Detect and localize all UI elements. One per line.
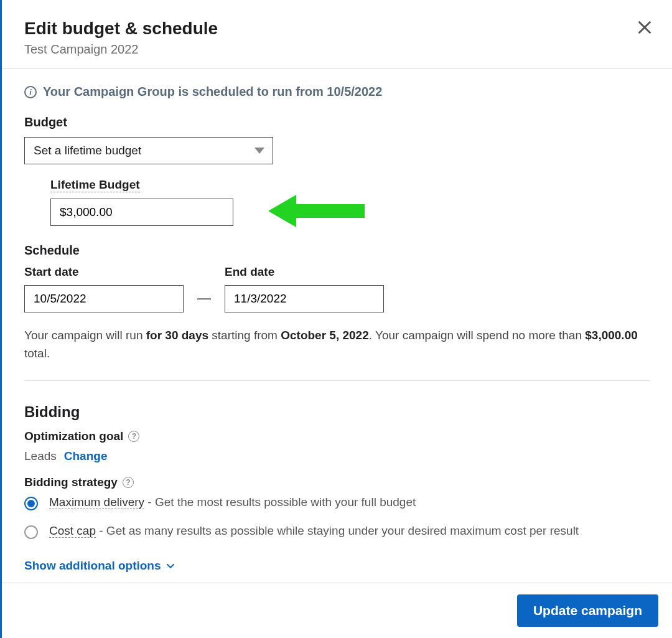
end-date-label: End date (225, 265, 384, 279)
bidding-option-maximum-delivery[interactable]: Maximum delivery - Get the most results … (24, 495, 650, 510)
end-date-input[interactable] (225, 285, 384, 312)
lifetime-budget-block: Lifetime Budget (24, 178, 650, 226)
radio-unchecked-icon (24, 525, 38, 539)
schedule-summary: Your campaign will run for 30 days start… (24, 326, 650, 363)
close-button[interactable] (636, 19, 656, 39)
page-title: Edit budget & schedule (24, 19, 650, 39)
campaign-name: Test Campaign 2022 (24, 42, 650, 57)
help-icon[interactable]: ? (128, 431, 139, 442)
show-additional-options-link[interactable]: Show additional options (24, 559, 175, 573)
update-campaign-button[interactable]: Update campaign (517, 594, 658, 627)
optimization-goal-label: Optimization goal ? (24, 429, 650, 443)
info-icon: i (24, 86, 37, 98)
start-date-input[interactable] (24, 285, 184, 312)
modal-header: Edit budget & schedule Test Campaign 202… (2, 0, 672, 68)
optimization-goal-row: Leads Change (24, 449, 650, 463)
start-date-label: Start date (24, 265, 184, 279)
svg-marker-0 (268, 195, 365, 227)
bidding-strategy-label: Bidding strategy ? (24, 476, 650, 489)
chevron-down-icon (166, 561, 175, 570)
bidding-section-title: Bidding (24, 403, 650, 421)
budget-type-select[interactable]: Set a lifetime budget (24, 137, 273, 164)
help-icon[interactable]: ? (123, 477, 134, 488)
modal-content: i Your Campaign Group is scheduled to ru… (2, 68, 672, 573)
date-range-row: Start date — End date (24, 265, 650, 312)
budget-type-value: Set a lifetime budget (24, 137, 273, 164)
lifetime-budget-input[interactable] (50, 199, 233, 226)
section-divider (24, 380, 650, 381)
annotation-arrow-icon (268, 192, 368, 230)
modal-footer: Update campaign (2, 583, 672, 638)
date-range-dash: — (197, 290, 211, 312)
notice-text: Your Campaign Group is scheduled to run … (43, 85, 382, 99)
schedule-section-label: Schedule (24, 243, 650, 258)
schedule-notice: i Your Campaign Group is scheduled to ru… (24, 85, 650, 99)
change-goal-link[interactable]: Change (64, 449, 108, 463)
bidding-option-cost-cap[interactable]: Cost cap - Get as many results as possib… (24, 524, 650, 539)
radio-checked-icon (24, 497, 38, 510)
close-icon (636, 19, 653, 36)
lifetime-budget-label: Lifetime Budget (50, 178, 140, 192)
optimization-goal-value: Leads (24, 449, 57, 463)
budget-section-label: Budget (24, 115, 650, 129)
